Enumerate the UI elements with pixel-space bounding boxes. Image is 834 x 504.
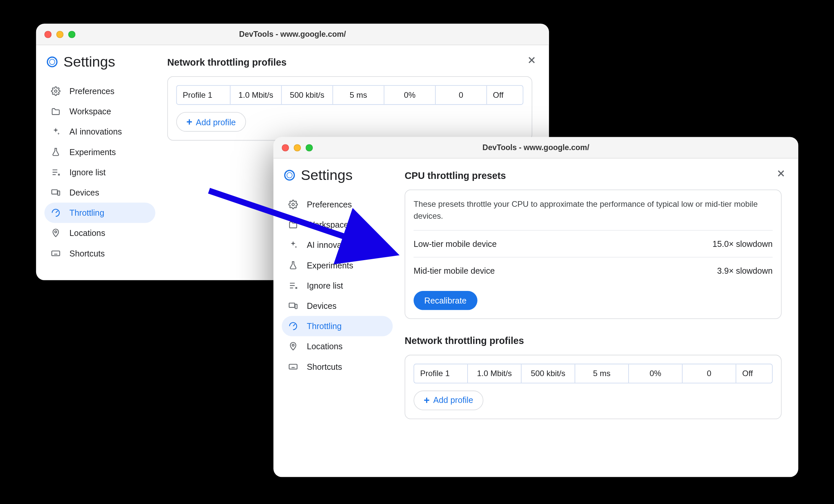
profile-download: 1.0 Mbit/s xyxy=(230,86,282,104)
settings-heading: Settings xyxy=(63,53,115,70)
svg-point-3 xyxy=(55,231,57,233)
preset-low-tier: Low-tier mobile device 15.0× slowdown xyxy=(414,229,773,257)
titlebar[interactable]: DevTools - www.google.com/ xyxy=(273,137,798,158)
sidebar-item-throttling[interactable]: Throttling xyxy=(44,202,155,223)
cpu-presets-card: These presets throttle your CPU to appro… xyxy=(404,190,782,319)
sparkle-icon xyxy=(50,127,61,136)
sidebar-item-label: Experiments xyxy=(69,147,116,157)
sidebar-item-label: Devices xyxy=(69,188,99,197)
pin-icon xyxy=(50,228,61,238)
sidebar-item-label: Workspace xyxy=(69,106,111,116)
preset-value: 3.9× slowdown xyxy=(717,265,772,275)
sidebar-item-label: Locations xyxy=(307,342,343,351)
sidebar-item-shortcuts[interactable]: Shortcuts xyxy=(282,356,393,377)
sidebar-item-label: Devices xyxy=(307,301,337,310)
sidebar-item-devices[interactable]: Devices xyxy=(282,295,393,316)
flask-icon xyxy=(288,260,298,270)
add-profile-label: Add profile xyxy=(433,395,473,405)
folder-icon xyxy=(50,107,61,115)
flask-icon xyxy=(50,147,61,157)
sidebar-item-ignore[interactable]: Ignore list xyxy=(282,276,393,295)
pin-icon xyxy=(288,342,298,351)
devtools-icon xyxy=(284,170,294,180)
gauge-icon xyxy=(288,321,298,331)
sparkle-icon xyxy=(288,240,298,250)
add-profile-button[interactable]: + Add profile xyxy=(176,112,245,132)
gear-icon xyxy=(50,86,61,96)
sidebar-item-experiments[interactable]: Experiments xyxy=(44,142,155,162)
profile-name: Profile 1 xyxy=(177,86,230,104)
zoom-traffic-light[interactable] xyxy=(306,144,313,151)
sidebar-item-workspace[interactable]: Workspace xyxy=(44,101,155,121)
devtools-window-after: DevTools - www.google.com/ Settings Pref… xyxy=(273,137,798,477)
network-profiles-card: Profile 1 1.0 Mbit/s 500 kbit/s 5 ms 0% … xyxy=(167,76,532,140)
profile-loss: 0% xyxy=(385,86,436,104)
sidebar-item-workspace[interactable]: Workspace xyxy=(282,214,393,235)
sidebar-item-label: Shortcuts xyxy=(307,362,342,371)
profile-upload: 500 kbit/s xyxy=(282,86,333,104)
minimize-traffic-light[interactable] xyxy=(56,30,64,38)
profile-upload: 500 kbit/s xyxy=(522,364,575,382)
sidebar-item-shortcuts[interactable]: Shortcuts xyxy=(44,243,155,263)
sidebar-item-ai[interactable]: AI innovations xyxy=(282,235,393,255)
sidebar-item-preferences[interactable]: Preferences xyxy=(282,194,393,214)
profile-row[interactable]: Profile 1 1.0 Mbit/s 500 kbit/s 5 ms 0% … xyxy=(176,85,523,105)
section-title-network: Network throttling profiles xyxy=(404,335,782,346)
sidebar-item-locations[interactable]: Locations xyxy=(282,336,393,356)
svg-rect-9 xyxy=(289,364,297,369)
sidebar-item-ignore[interactable]: Ignore list xyxy=(44,162,155,182)
add-profile-button[interactable]: + Add profile xyxy=(414,390,483,410)
profile-row[interactable]: Profile 1 1.0 Mbit/s 500 kbit/s 5 ms 0% … xyxy=(414,363,773,383)
sidebar-item-preferences[interactable]: Preferences xyxy=(44,81,155,101)
preset-value: 15.0× slowdown xyxy=(712,239,772,248)
svg-point-8 xyxy=(292,344,294,346)
settings-sidebar: Settings Preferences Workspace xyxy=(36,45,161,280)
gauge-icon xyxy=(50,208,61,217)
plus-icon: + xyxy=(186,117,192,127)
sidebar-item-experiments[interactable]: Experiments xyxy=(282,255,393,276)
sidebar-item-locations[interactable]: Locations xyxy=(44,223,155,243)
profile-latency: 5 ms xyxy=(333,86,385,104)
sidebar-item-throttling[interactable]: Throttling xyxy=(282,316,393,336)
ignore-list-icon xyxy=(50,167,61,177)
sidebar-item-label: AI innovations xyxy=(307,240,359,250)
sidebar-item-label: Ignore list xyxy=(307,281,343,290)
sidebar-item-label: Locations xyxy=(69,228,105,238)
svg-point-5 xyxy=(292,203,294,205)
ignore-list-icon xyxy=(288,281,298,290)
plus-icon: + xyxy=(423,395,430,405)
close-icon[interactable] xyxy=(526,55,537,65)
close-icon[interactable] xyxy=(775,168,786,179)
zoom-traffic-light[interactable] xyxy=(68,30,75,38)
devtools-icon xyxy=(47,56,57,67)
sidebar-item-devices[interactable]: Devices xyxy=(44,182,155,202)
sidebar-item-label: Throttling xyxy=(307,321,342,331)
devices-icon xyxy=(288,302,298,310)
network-profiles-card: Profile 1 1.0 Mbit/s 500 kbit/s 5 ms 0% … xyxy=(404,354,782,418)
settings-heading: Settings xyxy=(301,167,353,183)
profile-queue: 0 xyxy=(435,86,487,104)
svg-rect-1 xyxy=(52,190,57,194)
window-title: DevTools - www.google.com/ xyxy=(36,29,549,39)
profile-state: Off xyxy=(487,86,523,104)
minimize-traffic-light[interactable] xyxy=(293,144,301,151)
sidebar-item-label: AI innovations xyxy=(69,127,122,136)
profile-name: Profile 1 xyxy=(414,364,468,382)
sidebar-item-label: Experiments xyxy=(307,260,353,270)
sidebar-item-ai[interactable]: AI innovations xyxy=(44,121,155,141)
close-traffic-light[interactable] xyxy=(44,30,52,38)
profile-state: Off xyxy=(736,364,772,382)
folder-icon xyxy=(288,220,298,228)
add-profile-label: Add profile xyxy=(196,117,236,127)
recalibrate-button[interactable]: Recalibrate xyxy=(414,291,477,310)
close-traffic-light[interactable] xyxy=(282,144,289,151)
titlebar[interactable]: DevTools - www.google.com/ xyxy=(36,24,549,45)
sidebar-item-label: Preferences xyxy=(307,199,352,209)
window-title: DevTools - www.google.com/ xyxy=(273,143,798,152)
svg-rect-7 xyxy=(295,304,297,308)
sidebar-item-label: Shortcuts xyxy=(69,248,104,258)
profile-download: 1.0 Mbit/s xyxy=(468,364,522,382)
section-title-network: Network throttling profiles xyxy=(167,57,532,68)
svg-rect-4 xyxy=(52,251,60,256)
section-title-cpu: CPU throttling presets xyxy=(404,170,782,181)
